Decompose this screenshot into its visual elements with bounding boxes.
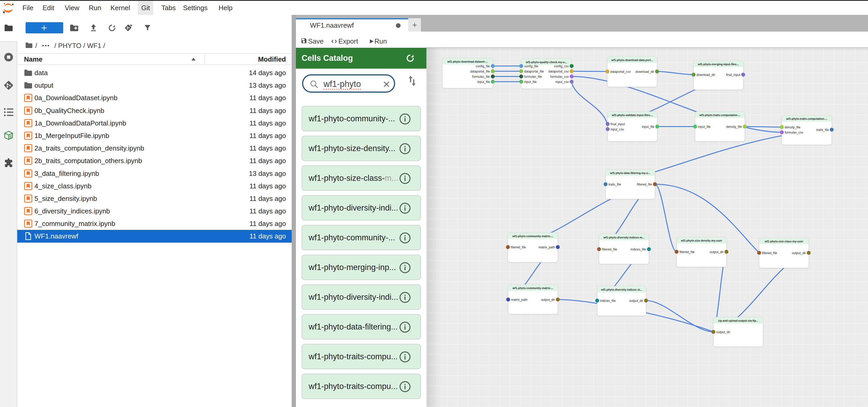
svg-text:config_csv: config_csv [554, 64, 569, 68]
svg-text:input_file: input_file [698, 125, 711, 129]
svg-text:wf1-phyto-size-class-my-user: wf1-phyto-size-class-my-user [764, 240, 803, 243]
svg-text:wf1-phyto-merging-input-files.: wf1-phyto-merging-input-files... [698, 63, 739, 66]
svg-text:wf1-phyto-size-density-my-user: wf1-phyto-size-density-my-user [681, 239, 722, 242]
svg-text:wf1-phyto-traits-computation-.: wf1-phyto-traits-computation-... [786, 117, 828, 120]
svg-text:wf1-phyto-download-dataset-...: wf1-phyto-download-dataset-... [447, 60, 488, 63]
svg-text:wf1-phyto-download-data-port..: wf1-phyto-download-data-port... [611, 59, 653, 62]
svg-text:formulas_file: formulas_file [524, 75, 542, 78]
svg-text:filtered_file: filtered_file [762, 251, 777, 255]
svg-text:input_csv: input_csv [611, 128, 624, 131]
svg-text:output_dir: output_dir [541, 298, 555, 302]
svg-text:formulas_csv: formulas_csv [785, 131, 803, 134]
svg-text:download_dir: download_dir [696, 73, 715, 77]
svg-text:input_file: input_file [642, 125, 654, 129]
svg-text:dataportal_file: dataportal_file [470, 70, 490, 73]
svg-text:formulas_csv: formulas_csv [550, 75, 569, 78]
svg-text:filtered_file: filtered_file [602, 247, 617, 251]
svg-text:input_file: input_file [477, 80, 490, 84]
svg-text:input_file: input_file [524, 80, 537, 84]
svg-text:wf1-phyto-validate-input-files: wf1-phyto-validate-input-files-... [612, 113, 653, 116]
svg-text:density_file: density_file [785, 126, 800, 129]
svg-text:final_input: final_input [611, 122, 625, 126]
svg-text:output_dir: output_dir [716, 330, 730, 334]
svg-text:indices_file: indices_file [600, 299, 616, 303]
svg-text:indices_file: indices_file [631, 247, 646, 251]
svg-text:input_csv: input_csv [555, 80, 569, 84]
svg-text:matrix_path: matrix_path [511, 298, 527, 302]
svg-text:traits_file: traits_file [816, 128, 829, 132]
svg-text:traits_file: traits_file [609, 182, 621, 186]
svg-text:dataportal_file: dataportal_file [524, 70, 544, 73]
svg-text:density_file: density_file [726, 125, 742, 129]
svg-text:config_file: config_file [476, 64, 490, 68]
svg-text:output_dir: output_dir [792, 251, 806, 255]
svg-text:wf1-phyto-data-filtering-my-u.: wf1-phyto-data-filtering-my-u... [610, 171, 650, 174]
svg-text:formulas_file: formulas_file [472, 75, 490, 78]
svg-text:wf1-phyto-community-matrix-...: wf1-phyto-community-matrix-... [512, 286, 553, 290]
svg-text:config_file: config_file [524, 64, 538, 68]
svg-text:matrix_path: matrix_path [538, 245, 555, 249]
svg-text:download_dir: download_dir [636, 70, 654, 74]
svg-text:output_dir: output_dir [710, 250, 723, 254]
svg-text:wf1-phyto-community-matrix-...: wf1-phyto-community-matrix-... [512, 235, 553, 238]
svg-text:wf1-phyto-diversity-indices-st: wf1-phyto-diversity-indices-st... [601, 288, 642, 291]
svg-text:filtered_file: filtered_file [679, 250, 694, 254]
svg-text:wf1-phyto-diversity-indices-m.: wf1-phyto-diversity-indices-m... [603, 236, 645, 239]
svg-text:zip-and-upload-output-via-ftp.: zip-and-upload-output-via-ftp... [718, 319, 758, 322]
svg-text:wf1-phyto-quality-check-my-u..: wf1-phyto-quality-check-my-u... [526, 61, 567, 64]
svg-text:output_dir: output_dir [629, 299, 643, 303]
svg-text:dataportal_csv: dataportal_csv [548, 70, 569, 73]
svg-text:wf1-phyto-traits-computation-.: wf1-phyto-traits-computation-... [699, 113, 741, 116]
svg-text:dataportal_csv: dataportal_csv [610, 70, 631, 74]
svg-text:filtered_file: filtered_file [511, 245, 526, 249]
svg-text:final_input: final_input [726, 73, 740, 77]
svg-text:filtered_file: filtered_file [637, 182, 652, 186]
